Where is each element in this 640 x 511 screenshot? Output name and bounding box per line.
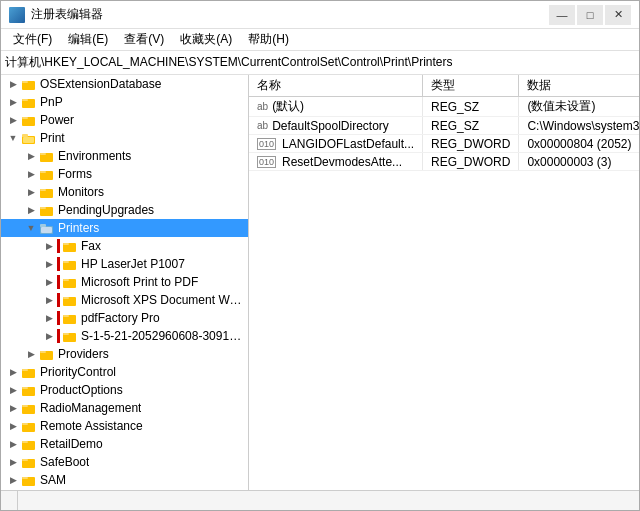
expand-icon: ▶ [41, 274, 57, 290]
reg-type-cell: REG_DWORD [423, 135, 519, 153]
reg-name-cell: ab DefaultSpoolDirectory [249, 117, 423, 135]
node-label: Print [40, 131, 65, 145]
node-label: PriorityControl [40, 365, 116, 379]
svg-rect-43 [22, 441, 28, 443]
tree-node-mspdf[interactable]: ▶ Microsoft Print to PDF [1, 273, 248, 291]
node-label: PendingUpgrades [58, 203, 154, 217]
reg-value-icon: 010 [257, 156, 276, 168]
svg-rect-3 [22, 99, 28, 101]
reg-value-icon: ab [257, 120, 268, 131]
folder-icon [62, 329, 78, 343]
folder-icon [62, 275, 78, 289]
tree-node-retaildemo[interactable]: ▶ RetailDemo [1, 435, 248, 453]
svg-rect-35 [22, 369, 28, 371]
node-label: RetailDemo [40, 437, 103, 451]
node-label: Power [40, 113, 74, 127]
expand-icon: ▶ [23, 346, 39, 362]
tree-node-prioritycontrol[interactable]: ▶ PriorityControl [1, 363, 248, 381]
expand-icon: ▶ [41, 256, 57, 272]
tree-node-power[interactable]: ▶ Power [1, 111, 248, 129]
tree-node-sid[interactable]: ▶ S-1-5-21-2052960608-3091730 [1, 327, 248, 345]
table-row[interactable]: 010 ResetDevmodesAtte... REG_DWORD 0x000… [249, 153, 639, 171]
expand-icon: ▶ [41, 238, 57, 254]
regedit-window: 注册表编辑器 — □ ✕ 文件(F) 编辑(E) 查看(V) 收藏夹(A) 帮助… [0, 0, 640, 511]
node-label: Monitors [58, 185, 104, 199]
tree-node-forms[interactable]: ▶ Forms [1, 165, 248, 183]
menu-file[interactable]: 文件(F) [5, 29, 60, 50]
expand-icon: ▶ [5, 472, 21, 488]
svg-rect-23 [63, 261, 69, 263]
table-row[interactable]: ab DefaultSpoolDirectory REG_SZ C:\Windo… [249, 117, 639, 135]
svg-rect-45 [22, 459, 28, 461]
title-bar: 注册表编辑器 — □ ✕ [1, 1, 639, 29]
svg-rect-5 [22, 117, 28, 119]
tree-node-monitors[interactable]: ▶ Monitors [1, 183, 248, 201]
folder-icon [62, 257, 78, 271]
tree-node-osextensiondatabase[interactable]: ▶ OSExtensionDatabase [1, 75, 248, 93]
tree-node-radiomanagement[interactable]: ▶ RadioManagement [1, 399, 248, 417]
col-header-data[interactable]: 数据 [519, 75, 639, 97]
menu-favorites[interactable]: 收藏夹(A) [172, 29, 240, 50]
folder-icon [62, 239, 78, 253]
reg-data-cell: 0x00000003 (3) [519, 153, 639, 171]
node-label: Printers [58, 221, 99, 235]
menu-help[interactable]: 帮助(H) [240, 29, 297, 50]
svg-rect-47 [22, 477, 28, 479]
address-label: 计算机\HKEY_LOCAL_MACHINE\SYSTEM\CurrentCon… [5, 54, 452, 71]
folder-icon [21, 401, 37, 415]
svg-rect-1 [22, 81, 28, 83]
col-header-type[interactable]: 类型 [423, 75, 519, 97]
tree-node-sam[interactable]: ▶ SAM [1, 471, 248, 489]
tree-node-environments[interactable]: ▶ Environments [1, 147, 248, 165]
node-label: HP LaserJet P1007 [81, 257, 185, 271]
tree-node-safeboot[interactable]: ▶ SafeBoot [1, 453, 248, 471]
close-button[interactable]: ✕ [605, 5, 631, 25]
reg-data-cell: (数值未设置) [519, 97, 639, 117]
svg-rect-27 [63, 297, 69, 299]
reg-type-cell: REG_DWORD [423, 153, 519, 171]
maximize-button[interactable]: □ [577, 5, 603, 25]
red-bar [57, 239, 60, 253]
node-label: Remote Assistance [40, 419, 143, 433]
main-area: ▶ OSExtensionDatabase ▶ PnP ▶ Power ▼ Pr… [1, 75, 639, 490]
tree-panel[interactable]: ▶ OSExtensionDatabase ▶ PnP ▶ Power ▼ Pr… [1, 75, 249, 490]
tree-node-printers[interactable]: ▼ Printers [1, 219, 248, 237]
tree-node-print[interactable]: ▼ Print [1, 129, 248, 147]
reg-data-cell: 0x00000804 (2052) [519, 135, 639, 153]
svg-rect-29 [63, 315, 69, 317]
reg-name-cell: 010 LANGIDOFLastDefault... [249, 135, 423, 153]
tree-node-msxps[interactable]: ▶ Microsoft XPS Document Write [1, 291, 248, 309]
expand-icon: ▼ [23, 220, 39, 236]
tree-node-fax[interactable]: ▶ Fax [1, 237, 248, 255]
col-header-name[interactable]: 名称 [249, 75, 423, 97]
expand-icon: ▶ [5, 76, 21, 92]
expand-icon: ▶ [5, 436, 21, 452]
tree-node-remoteassistance[interactable]: ▶ Remote Assistance [1, 417, 248, 435]
red-bar [57, 293, 60, 307]
menu-view[interactable]: 查看(V) [116, 29, 172, 50]
tree-node-productoptions[interactable]: ▶ ProductOptions [1, 381, 248, 399]
tree-node-pnp[interactable]: ▶ PnP [1, 93, 248, 111]
expand-icon: ▶ [5, 454, 21, 470]
svg-rect-41 [22, 423, 28, 425]
tree-node-hplaserjet[interactable]: ▶ HP LaserJet P1007 [1, 255, 248, 273]
table-row[interactable]: ab (默认) REG_SZ (数值未设置) [249, 97, 639, 117]
right-panel[interactable]: 名称 类型 数据 ab (默认) REG_SZ [249, 75, 639, 490]
menu-edit[interactable]: 编辑(E) [60, 29, 116, 50]
tree-node-providers[interactable]: ▶ Providers [1, 345, 248, 363]
minimize-button[interactable]: — [549, 5, 575, 25]
folder-icon [62, 293, 78, 307]
folder-icon [21, 437, 37, 451]
tree-node-pendingupgrades[interactable]: ▶ PendingUpgrades [1, 201, 248, 219]
expand-icon: ▶ [41, 328, 57, 344]
node-label: pdfFactory Pro [81, 311, 160, 325]
svg-rect-25 [63, 279, 69, 281]
table-row[interactable]: 010 LANGIDOFLastDefault... REG_DWORD 0x0… [249, 135, 639, 153]
tree-node-pdffactory[interactable]: ▶ pdfFactory Pro [1, 309, 248, 327]
folder-icon [21, 473, 37, 487]
node-label: ProductOptions [40, 383, 123, 397]
reg-name-cell: ab (默认) [249, 97, 423, 117]
red-bar [57, 311, 60, 325]
red-bar [57, 275, 60, 289]
folder-icon [21, 365, 37, 379]
